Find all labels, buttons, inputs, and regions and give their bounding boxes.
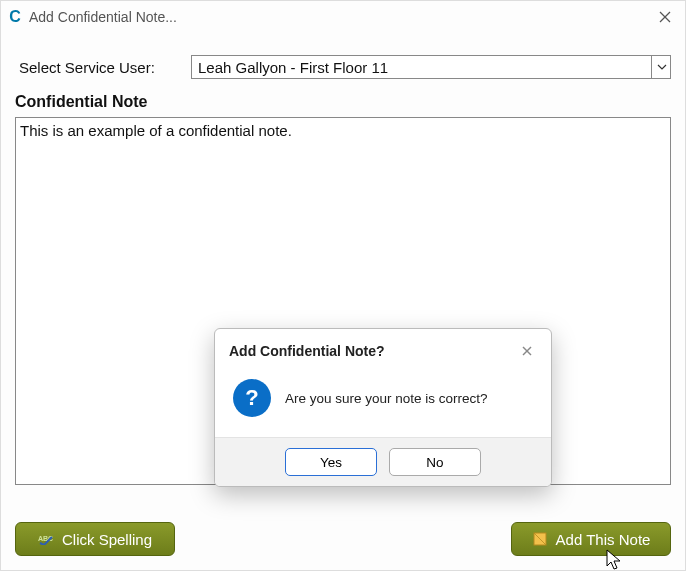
dialog-footer: Yes No	[215, 437, 551, 486]
dialog-close-button[interactable]	[517, 341, 537, 361]
service-user-row: Select Service User: Leah Gallyon - Firs…	[15, 55, 671, 79]
close-icon	[659, 11, 671, 23]
spellcheck-icon: ABC	[38, 531, 54, 547]
window-titlebar: C Add Confidential Note...	[1, 1, 685, 33]
confirm-dialog: Add Confidential Note? ? Are you sure yo…	[214, 328, 552, 487]
close-icon	[521, 345, 533, 357]
add-note-button-label: Add This Note	[556, 531, 651, 548]
note-section-heading: Confidential Note	[15, 93, 671, 111]
chevron-down-icon	[657, 64, 667, 70]
window-close-button[interactable]	[651, 3, 679, 31]
add-note-icon	[532, 531, 548, 547]
dialog-message: Are you sure your note is correct?	[285, 391, 488, 406]
click-spelling-button[interactable]: ABC Click Spelling	[15, 522, 175, 556]
dropdown-caret[interactable]	[651, 55, 671, 79]
dialog-title: Add Confidential Note?	[229, 343, 517, 359]
dialog-no-button[interactable]: No	[389, 448, 481, 476]
dialog-body: ? Are you sure your note is correct?	[215, 365, 551, 437]
service-user-label: Select Service User:	[15, 59, 191, 76]
dialog-header: Add Confidential Note?	[215, 329, 551, 365]
button-row: ABC Click Spelling Add This Note	[15, 522, 671, 556]
spelling-button-label: Click Spelling	[62, 531, 152, 548]
question-icon: ?	[233, 379, 271, 417]
service-user-select[interactable]: Leah Gallyon - First Floor 11	[191, 55, 671, 79]
app-icon: C	[7, 9, 23, 25]
service-user-value: Leah Gallyon - First Floor 11	[191, 55, 671, 79]
window-title: Add Confidential Note...	[29, 9, 651, 25]
add-this-note-button[interactable]: Add This Note	[511, 522, 671, 556]
dialog-yes-button[interactable]: Yes	[285, 448, 377, 476]
